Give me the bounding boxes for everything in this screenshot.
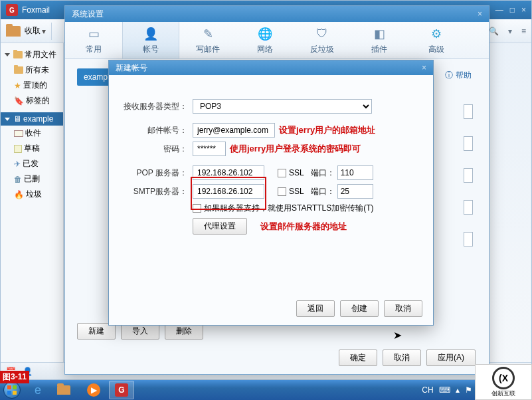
ssl-smtp-label: SSL	[289, 187, 304, 196]
ok-button[interactable]: 确定	[339, 350, 377, 366]
tab-general[interactable]: ▭ 常用	[65, 22, 122, 58]
close-icon[interactable]: ×	[478, 9, 482, 19]
minimize-icon[interactable]: —	[495, 5, 503, 15]
receive-label[interactable]: 收取	[25, 25, 41, 37]
inbox-icon	[14, 130, 23, 137]
cursor-icon: ➤	[393, 329, 402, 342]
window-controls: — □ ×	[495, 5, 526, 15]
label-smtp: SMTP服务器：	[122, 186, 193, 197]
label-mail: 邮件帐号：	[122, 125, 193, 136]
close-icon[interactable]: ×	[422, 63, 426, 72]
tree-pinned[interactable]: ★ 置顶的	[1, 78, 63, 93]
folder-tree: 常用文件 所有未 ★ 置顶的 🔖 标签的 🖥 example 收件 草稿	[1, 43, 64, 362]
proxy-settings-button[interactable]: 代理设置	[193, 218, 247, 235]
hidden-input[interactable]	[464, 136, 473, 151]
taskbar: e ▶ G CH ⌨ ▴ ⚑ 🔊 19:33 2019/1/17	[0, 380, 532, 400]
tree-common-folders[interactable]: 常用文件	[1, 47, 63, 62]
note-icon	[14, 145, 22, 153]
close-icon[interactable]: ×	[521, 5, 526, 15]
tray-chevron-icon[interactable]: ▴	[456, 385, 460, 395]
tree-all-unread[interactable]: 所有未	[1, 62, 63, 78]
starttls-label: 如果服务器支持，就使用STARTTLS加密传输(T)	[204, 203, 374, 214]
tree-deleted[interactable]: 🗑 已删	[1, 171, 63, 187]
svg-rect-2	[7, 391, 11, 395]
smtp-server-input[interactable]	[193, 184, 264, 199]
label-recv-type: 接收服务器类型：	[122, 101, 193, 112]
search-icon[interactable]: 🔍	[489, 27, 499, 36]
tree-tags[interactable]: 🔖 标签的	[1, 93, 63, 108]
task-ie[interactable]: e	[25, 381, 50, 399]
tab-plugin[interactable]: ◧ 插件	[351, 22, 408, 58]
action-center-icon[interactable]: ⚑	[465, 385, 472, 395]
watermark-text: 创新互联	[491, 389, 515, 398]
svg-rect-3	[13, 391, 17, 395]
account-icon: 👤	[142, 26, 159, 42]
tree-account[interactable]: 🖥 example	[1, 112, 63, 126]
annotation-server: 设置邮件服务器的地址	[260, 221, 347, 233]
back-button[interactable]: 返回	[296, 300, 335, 317]
expand-icon[interactable]	[5, 118, 10, 121]
receive-icon[interactable]	[6, 26, 21, 37]
settings-titlebar: 系统设置 ×	[65, 6, 489, 22]
folder-icon	[14, 66, 23, 74]
help-link[interactable]: ⓘ 帮助	[445, 70, 472, 81]
general-icon: ▭	[85, 26, 102, 42]
mail-account-input[interactable]	[193, 123, 275, 138]
cancel-button[interactable]: 取消	[383, 350, 421, 366]
tab-advanced[interactable]: ⚙ 高级	[408, 22, 465, 58]
watermark-logo: (X 创新互联	[475, 364, 532, 400]
new-account-titlebar: 新建帐号 ×	[109, 60, 433, 75]
tree-inbox[interactable]: 收件	[1, 126, 63, 141]
tree-junk[interactable]: 🔥 垃圾	[1, 187, 63, 202]
menu-icon[interactable]: ≡	[521, 27, 526, 36]
new-account-dialog: 新建帐号 × 接收服务器类型： POP3 邮件帐号： 设置jerry用户的邮箱地…	[108, 60, 434, 326]
hidden-input[interactable]	[464, 200, 473, 215]
compose-dropdown-icon[interactable]: ▾	[508, 27, 512, 36]
settings-tabs: ▭ 常用 👤 帐号 ✎ 写邮件 🌐 网络 🛡 反垃圾 ◧ 插件 ⚙ 高级	[65, 22, 489, 59]
hidden-input[interactable]	[464, 168, 473, 183]
monitor-icon: 🖥	[13, 114, 21, 124]
sent-icon: ✈	[14, 159, 21, 169]
receive-dropdown-caret[interactable]: ▾	[42, 27, 46, 36]
create-button[interactable]: 创建	[340, 300, 379, 317]
tab-compose[interactable]: ✎ 写邮件	[179, 22, 236, 58]
tab-antispam[interactable]: 🛡 反垃圾	[294, 22, 351, 58]
settings-title: 系统设置	[72, 9, 104, 20]
task-foxmail[interactable]: G	[109, 381, 134, 399]
port-pop-label: 端口：	[311, 167, 335, 179]
smtp-port-input[interactable]	[337, 184, 373, 199]
recv-server-type-select[interactable]: POP3	[193, 99, 372, 114]
foxmail-app-icon: G	[6, 4, 18, 16]
pop-server-input[interactable]	[193, 165, 264, 180]
tab-network[interactable]: 🌐 网络	[236, 22, 294, 58]
task-media[interactable]: ▶	[81, 381, 106, 399]
help-icon: ⓘ	[445, 70, 453, 81]
tab-account[interactable]: 👤 帐号	[122, 22, 179, 58]
svg-rect-0	[7, 385, 11, 389]
starttls-checkbox[interactable]	[193, 204, 201, 213]
compose-icon: ✎	[199, 26, 217, 42]
ime-icon[interactable]: ⌨	[439, 385, 450, 395]
label-pwd: 密码：	[122, 144, 193, 155]
ssl-smtp-checkbox[interactable]	[278, 187, 286, 196]
task-explorer[interactable]	[53, 381, 78, 399]
tree-sent[interactable]: ✈ 已发	[1, 156, 63, 171]
annotation-pwd: 使用jerry用户登录系统的密码即可	[230, 143, 361, 155]
network-icon: 🌐	[256, 26, 274, 42]
tag-icon: 🔖	[14, 96, 24, 106]
hidden-input[interactable]	[464, 232, 473, 247]
folder-icon	[13, 51, 23, 58]
cancel-button[interactable]: 取消	[384, 300, 422, 317]
maximize-icon[interactable]: □	[510, 5, 515, 15]
pop-port-input[interactable]	[337, 165, 373, 180]
apply-button[interactable]: 应用(A)	[426, 350, 476, 366]
hidden-input[interactable]	[464, 104, 473, 119]
gear-icon: ⚙	[428, 26, 445, 42]
tree-drafts[interactable]: 草稿	[1, 141, 63, 156]
figure-label: 图3-11	[0, 371, 29, 383]
password-input[interactable]	[193, 142, 226, 156]
ime-indicator[interactable]: CH	[422, 385, 433, 395]
expand-icon[interactable]	[5, 53, 10, 56]
ssl-pop-checkbox[interactable]	[278, 169, 286, 177]
ssl-pop-label: SSL	[289, 168, 304, 177]
